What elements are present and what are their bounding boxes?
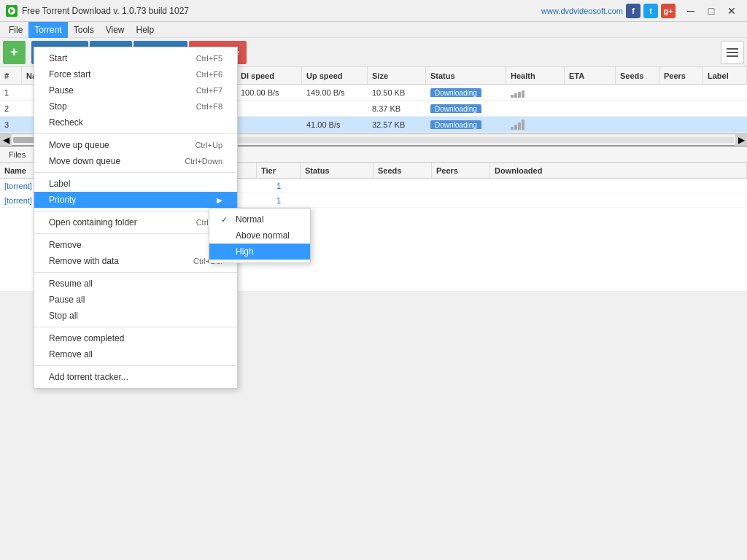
th-upspeed[interactable]: Up speed <box>302 67 368 84</box>
th-status[interactable]: Status <box>426 67 506 84</box>
menubar: File Torrent Tools View Help <box>0 22 747 38</box>
tth-seeds[interactable]: Seeds <box>374 163 432 178</box>
tab-files[interactable]: Files <box>0 147 35 163</box>
app-icon <box>6 5 18 17</box>
td-status: Downloading <box>426 120 506 129</box>
cm-separator <box>34 172 237 173</box>
window-controls: ─ □ ✕ <box>681 4 741 18</box>
td-size: 8.37 KB <box>368 104 426 113</box>
cm-remove-data[interactable]: Remove with data Ctrl+Del <box>34 253 237 269</box>
close-button[interactable]: ✕ <box>722 4 741 18</box>
tth-peers[interactable]: Peers <box>432 163 490 178</box>
ttd-tier: 1 <box>257 196 301 205</box>
cm-force-start[interactable]: Force start Ctrl+F6 <box>34 66 237 82</box>
cm-priority[interactable]: Priority ▶ <box>34 192 237 208</box>
sm-normal[interactable]: ✓ Normal <box>209 211 310 228</box>
app-title: Free Torrent Download v. 1.0.73 build 10… <box>22 6 541 16</box>
cm-start[interactable]: Start Ctrl+F5 <box>34 50 237 66</box>
menu-tools[interactable]: Tools <box>68 22 100 38</box>
tth-status[interactable]: Status <box>301 163 374 178</box>
td-num: 3 <box>0 120 22 129</box>
cm-open-folder[interactable]: Open containing folder Ctrl+F4 <box>34 214 237 230</box>
sm-above-normal[interactable]: Above normal <box>209 228 310 244</box>
cm-remove-completed[interactable]: Remove completed <box>34 330 237 346</box>
th-peers[interactable]: Peers <box>659 67 703 84</box>
cm-recheck[interactable]: Recheck <box>34 114 237 131</box>
googleplus-icon[interactable]: g+ <box>661 4 676 18</box>
cm-remove-all[interactable]: Remove all <box>34 346 237 362</box>
svg-rect-2 <box>727 48 738 50</box>
cm-move-up[interactable]: Move up queue Ctrl+Up <box>34 137 237 153</box>
ttd-tier: 1 <box>257 182 301 190</box>
td-dlspeed: 100.00 B/s <box>236 88 302 97</box>
td-health <box>506 120 565 130</box>
menu-torrent[interactable]: Torrent <box>28 22 67 38</box>
th-size[interactable]: Size <box>368 67 426 84</box>
menu-view[interactable]: View <box>100 22 131 38</box>
cm-pause-all[interactable]: Pause all <box>34 292 237 308</box>
td-num: 1 <box>0 88 22 97</box>
td-size: 10.50 KB <box>368 88 426 97</box>
th-num[interactable]: # <box>0 67 22 84</box>
sm-high[interactable]: High <box>209 244 310 260</box>
td-health <box>506 88 565 98</box>
td-upspeed: 41.00 B/s <box>302 120 368 129</box>
twitter-icon[interactable]: t <box>643 4 658 18</box>
tth-tier[interactable]: Tier <box>257 163 301 178</box>
cm-separator <box>34 365 237 366</box>
th-seeds[interactable]: Seeds <box>616 67 659 84</box>
td-status: Downloading <box>426 88 506 97</box>
cm-label[interactable]: Label <box>34 176 237 192</box>
scroll-left-button[interactable]: ◀ <box>0 134 12 146</box>
sm-check-normal: ✓ <box>221 215 231 225</box>
menu-file[interactable]: File <box>3 22 28 38</box>
cm-move-down[interactable]: Move down queue Ctrl+Down <box>34 153 237 169</box>
menu-help[interactable]: Help <box>131 22 160 38</box>
cm-separator <box>34 233 237 234</box>
cm-separator <box>34 327 237 327</box>
td-num: 2 <box>0 104 22 113</box>
scroll-right-button[interactable]: ▶ <box>735 134 747 146</box>
minimize-button[interactable]: ─ <box>681 4 700 18</box>
th-health[interactable]: Health <box>506 67 565 84</box>
th-dlspeed[interactable]: Dl speed <box>236 67 302 84</box>
cm-stop[interactable]: Stop Ctrl+F8 <box>34 98 237 114</box>
cm-separator <box>34 211 237 211</box>
cm-separator <box>34 133 237 134</box>
svg-rect-4 <box>727 55 738 57</box>
context-menu: Start Ctrl+F5 Force start Ctrl+F6 Pause … <box>34 47 238 389</box>
priority-submenu: ✓ Normal Above normal High <box>209 208 311 263</box>
cm-add-tracker[interactable]: Add torrent tracker... <box>34 369 237 385</box>
cm-stop-all[interactable]: Stop all <box>34 308 237 324</box>
th-eta[interactable]: ETA <box>565 67 616 84</box>
add-button[interactable]: + <box>3 41 26 64</box>
facebook-icon[interactable]: f <box>626 4 640 18</box>
cm-remove[interactable]: Remove Del <box>34 237 237 253</box>
cm-resume-all[interactable]: Resume all <box>34 276 237 292</box>
td-upspeed: 149.00 B/s <box>302 88 368 97</box>
th-label[interactable]: Label <box>703 67 747 84</box>
td-status: Downloading <box>426 104 506 113</box>
tth-downloaded[interactable]: Downloaded <box>490 163 747 178</box>
titlebar: Free Torrent Download v. 1.0.73 build 10… <box>0 0 747 22</box>
hamburger-button[interactable] <box>721 41 744 64</box>
cm-pause[interactable]: Pause Ctrl+F7 <box>34 82 237 98</box>
td-size: 32.57 KB <box>368 120 426 129</box>
hamburger-icon <box>727 48 738 57</box>
social-links: www.dvdvideosoft.com f t g+ <box>541 4 676 18</box>
svg-rect-3 <box>727 52 738 53</box>
website-link[interactable]: www.dvdvideosoft.com <box>541 7 623 15</box>
maximize-button[interactable]: □ <box>702 4 721 18</box>
cm-separator <box>34 272 237 273</box>
